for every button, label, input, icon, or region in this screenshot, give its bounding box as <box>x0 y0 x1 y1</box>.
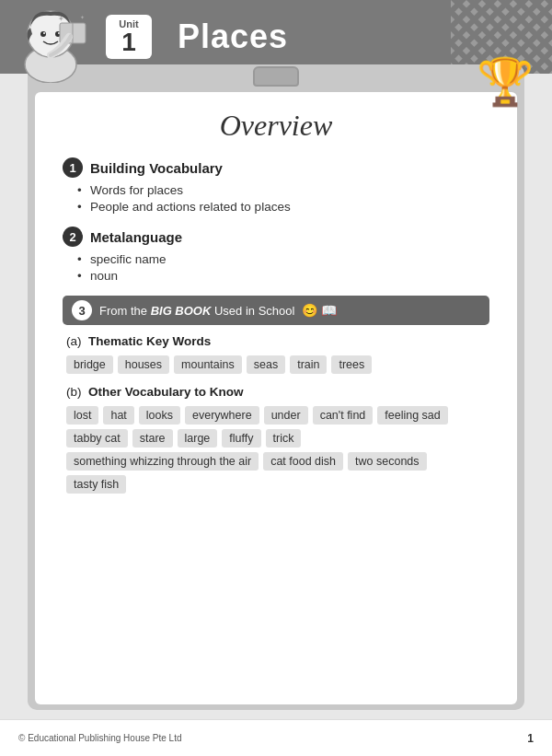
unit-box: Unit 1 <box>106 15 152 59</box>
word-tag: can't find <box>313 406 374 425</box>
word-tag: looks <box>139 406 180 425</box>
clipboard: Overview 1 Building Vocabulary Words for… <box>28 64 524 710</box>
word-tag: trees <box>331 355 372 374</box>
clipboard-paper: Overview 1 Building Vocabulary Words for… <box>35 92 517 704</box>
section-3-label: From the BIG BOOK Used in School <box>99 304 294 318</box>
section-1: 1 Building Vocabulary Words for places P… <box>63 157 489 214</box>
word-tag: lost <box>66 406 98 425</box>
svg-text:✦: ✦ <box>80 15 85 20</box>
word-tag: something whizzing through the air <box>66 452 259 471</box>
word-tag: feeling sad <box>377 406 447 425</box>
section-2-title: Metalanguage <box>90 229 182 245</box>
word-tag: stare <box>132 429 173 448</box>
bullet-item: noun <box>90 269 489 283</box>
word-tag: cat food dish <box>263 452 343 471</box>
section-1-number: 1 <box>63 157 83 178</box>
bullet-item: People and actions related to places <box>90 200 489 214</box>
word-tag: large <box>178 429 218 448</box>
word-tag: train <box>290 355 327 374</box>
sub-section-a: (a) Thematic Key Words bridgehousesmount… <box>63 334 489 374</box>
word-tag: fluffy <box>222 429 260 448</box>
word-tag: tasty fish <box>66 475 126 494</box>
word-tag: seas <box>247 355 285 374</box>
svg-point-4 <box>40 31 46 37</box>
unit-number: 1 <box>121 28 136 56</box>
word-tag: tabby cat <box>66 429 128 448</box>
section-1-title: Building Vocabulary <box>90 160 223 176</box>
thematic-words: bridgehousesmountainsseastraintrees <box>66 355 489 374</box>
word-tag: mountains <box>174 355 242 374</box>
section-3-header: 3 From the BIG BOOK Used in School 😊 📖 <box>63 296 489 325</box>
section-2-header: 2 Metalanguage <box>63 227 489 247</box>
sub-section-a-label: (a) Thematic Key Words <box>66 334 489 348</box>
section-1-bullets: Words for places People and actions rela… <box>63 183 489 214</box>
svg-text:✦: ✦ <box>58 15 64 23</box>
vocab-words: losthatlookseverywhereundercan't findfee… <box>66 406 489 494</box>
sub-section-b-label: (b) Other Vocabulary to Know <box>66 385 489 399</box>
clipboard-clip <box>253 66 299 87</box>
word-tag: bridge <box>66 355 113 374</box>
section-3-number: 3 <box>72 300 92 320</box>
word-tag: houses <box>118 355 169 374</box>
copyright-text: © Educational Publishing House Pte Ltd <box>18 733 181 743</box>
bullet-item: specific name <box>90 252 489 266</box>
trophy-icon: 🏆 <box>477 55 534 109</box>
word-tag: two seconds <box>348 452 426 471</box>
overview-title: Overview <box>63 109 489 143</box>
section-1-header: 1 Building Vocabulary <box>63 157 489 178</box>
page-footer: © Educational Publishing House Pte Ltd 1 <box>0 719 552 756</box>
word-tag: under <box>264 406 308 425</box>
word-tag: trick <box>266 429 302 448</box>
section-2: 2 Metalanguage specific name noun <box>63 227 489 283</box>
section-2-bullets: specific name noun <box>63 252 489 283</box>
section-3-icons: 😊 📖 <box>302 303 337 318</box>
word-tag: hat <box>103 406 133 425</box>
sub-section-b: (b) Other Vocabulary to Know losthatlook… <box>63 385 489 494</box>
word-tag: everywhere <box>185 406 259 425</box>
bullet-item: Words for places <box>90 183 489 197</box>
svg-point-6 <box>43 32 45 34</box>
section-2-number: 2 <box>63 227 83 247</box>
page-title: Places <box>178 17 288 56</box>
character-illustration: ✦ ✦ <box>5 0 97 78</box>
page-number: 1 <box>527 732 534 745</box>
section-3: 3 From the BIG BOOK Used in School 😊 📖 (… <box>63 296 489 494</box>
